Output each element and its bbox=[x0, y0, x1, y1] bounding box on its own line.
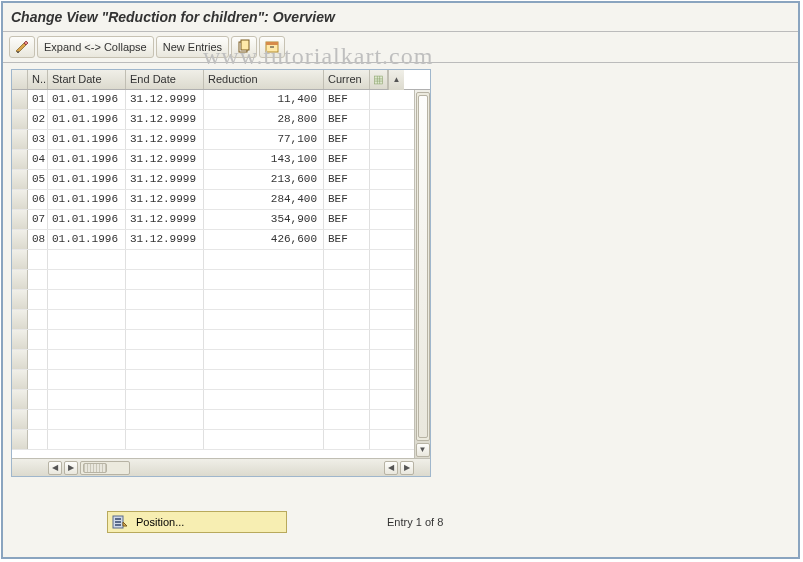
cell-start-date[interactable]: 01.01.1996 bbox=[48, 170, 126, 189]
hscroll-right-1[interactable]: ▶ bbox=[64, 461, 78, 475]
cell-reduction[interactable] bbox=[204, 310, 324, 329]
row-selector[interactable] bbox=[12, 150, 28, 169]
cell-reduction[interactable]: 28,800 bbox=[204, 110, 324, 129]
cell-reduction[interactable]: 284,400 bbox=[204, 190, 324, 209]
cell-currency[interactable] bbox=[324, 370, 370, 389]
grid-header-end-date[interactable]: End Date bbox=[126, 70, 204, 89]
row-selector[interactable] bbox=[12, 330, 28, 349]
cell-num[interactable]: 05 bbox=[28, 170, 48, 189]
row-selector[interactable] bbox=[12, 170, 28, 189]
cell-start-date[interactable]: 01.01.1996 bbox=[48, 130, 126, 149]
cell-reduction[interactable]: 143,100 bbox=[204, 150, 324, 169]
cell-num[interactable] bbox=[28, 250, 48, 269]
row-selector[interactable] bbox=[12, 110, 28, 129]
row-selector[interactable] bbox=[12, 230, 28, 249]
cell-currency[interactable] bbox=[324, 430, 370, 449]
cell-start-date[interactable] bbox=[48, 430, 126, 449]
grid-header-config[interactable] bbox=[370, 70, 388, 89]
cell-currency[interactable]: BEF bbox=[324, 130, 370, 149]
hscroll-left[interactable]: ◀ bbox=[48, 461, 62, 475]
cell-end-date[interactable]: 31.12.9999 bbox=[126, 150, 204, 169]
cell-currency[interactable] bbox=[324, 290, 370, 309]
cell-start-date[interactable] bbox=[48, 390, 126, 409]
cell-reduction[interactable] bbox=[204, 410, 324, 429]
cell-currency[interactable] bbox=[324, 350, 370, 369]
position-button[interactable]: Position... bbox=[107, 511, 287, 533]
cell-start-date[interactable] bbox=[48, 410, 126, 429]
grid-header-currency[interactable]: Curren bbox=[324, 70, 370, 89]
cell-start-date[interactable]: 01.01.1996 bbox=[48, 190, 126, 209]
cell-reduction[interactable]: 354,900 bbox=[204, 210, 324, 229]
cell-reduction[interactable]: 213,600 bbox=[204, 170, 324, 189]
delimit-button[interactable] bbox=[259, 36, 285, 58]
cell-num[interactable] bbox=[28, 390, 48, 409]
cell-currency[interactable] bbox=[324, 410, 370, 429]
cell-num[interactable]: 04 bbox=[28, 150, 48, 169]
row-selector[interactable] bbox=[12, 430, 28, 449]
cell-num[interactable]: 08 bbox=[28, 230, 48, 249]
vscroll-track[interactable] bbox=[416, 92, 430, 441]
row-selector[interactable] bbox=[12, 410, 28, 429]
cell-reduction[interactable] bbox=[204, 270, 324, 289]
cell-reduction[interactable] bbox=[204, 350, 324, 369]
cell-reduction[interactable] bbox=[204, 370, 324, 389]
cell-num[interactable] bbox=[28, 270, 48, 289]
cell-currency[interactable]: BEF bbox=[324, 230, 370, 249]
copy-button[interactable] bbox=[231, 36, 257, 58]
toggle-edit-button[interactable] bbox=[9, 36, 35, 58]
cell-end-date[interactable]: 31.12.9999 bbox=[126, 190, 204, 209]
expand-collapse-button[interactable]: Expand <-> Collapse bbox=[37, 36, 154, 58]
row-selector[interactable] bbox=[12, 310, 28, 329]
cell-num[interactable] bbox=[28, 350, 48, 369]
vscroll-down[interactable]: ▼ bbox=[416, 443, 430, 457]
cell-end-date[interactable] bbox=[126, 250, 204, 269]
cell-reduction[interactable] bbox=[204, 250, 324, 269]
row-selector[interactable] bbox=[12, 210, 28, 229]
cell-num[interactable] bbox=[28, 430, 48, 449]
cell-start-date[interactable]: 01.01.1996 bbox=[48, 150, 126, 169]
cell-end-date[interactable] bbox=[126, 410, 204, 429]
cell-currency[interactable]: BEF bbox=[324, 210, 370, 229]
cell-reduction[interactable] bbox=[204, 330, 324, 349]
vscroll-up[interactable]: ▲ bbox=[388, 70, 404, 90]
cell-start-date[interactable]: 01.01.1996 bbox=[48, 90, 126, 109]
cell-reduction[interactable] bbox=[204, 430, 324, 449]
cell-end-date[interactable] bbox=[126, 430, 204, 449]
cell-start-date[interactable] bbox=[48, 350, 126, 369]
cell-num[interactable]: 02 bbox=[28, 110, 48, 129]
cell-num[interactable]: 03 bbox=[28, 130, 48, 149]
row-selector[interactable] bbox=[12, 290, 28, 309]
cell-num[interactable] bbox=[28, 370, 48, 389]
cell-currency[interactable] bbox=[324, 250, 370, 269]
cell-start-date[interactable]: 01.01.1996 bbox=[48, 210, 126, 229]
cell-num[interactable] bbox=[28, 330, 48, 349]
cell-end-date[interactable] bbox=[126, 390, 204, 409]
new-entries-button[interactable]: New Entries bbox=[156, 36, 229, 58]
cell-reduction[interactable] bbox=[204, 290, 324, 309]
cell-end-date[interactable] bbox=[126, 350, 204, 369]
cell-currency[interactable] bbox=[324, 270, 370, 289]
cell-currency[interactable]: BEF bbox=[324, 150, 370, 169]
cell-end-date[interactable]: 31.12.9999 bbox=[126, 130, 204, 149]
cell-start-date[interactable]: 01.01.1996 bbox=[48, 230, 126, 249]
cell-num[interactable] bbox=[28, 410, 48, 429]
row-selector[interactable] bbox=[12, 190, 28, 209]
row-selector[interactable] bbox=[12, 270, 28, 289]
cell-end-date[interactable]: 31.12.9999 bbox=[126, 170, 204, 189]
cell-start-date[interactable] bbox=[48, 310, 126, 329]
vertical-scrollbar[interactable]: ▼ bbox=[414, 90, 430, 458]
cell-start-date[interactable]: 01.01.1996 bbox=[48, 110, 126, 129]
cell-start-date[interactable] bbox=[48, 290, 126, 309]
hscroll-thumb[interactable] bbox=[83, 463, 107, 473]
vscroll-thumb[interactable] bbox=[418, 95, 428, 438]
grid-header-num[interactable]: N.. bbox=[28, 70, 48, 89]
cell-currency[interactable] bbox=[324, 310, 370, 329]
row-selector[interactable] bbox=[12, 390, 28, 409]
row-selector[interactable] bbox=[12, 130, 28, 149]
cell-end-date[interactable] bbox=[126, 290, 204, 309]
cell-currency[interactable] bbox=[324, 390, 370, 409]
hscroll-track[interactable] bbox=[80, 461, 130, 475]
row-selector[interactable] bbox=[12, 90, 28, 109]
cell-num[interactable]: 07 bbox=[28, 210, 48, 229]
row-selector[interactable] bbox=[12, 370, 28, 389]
